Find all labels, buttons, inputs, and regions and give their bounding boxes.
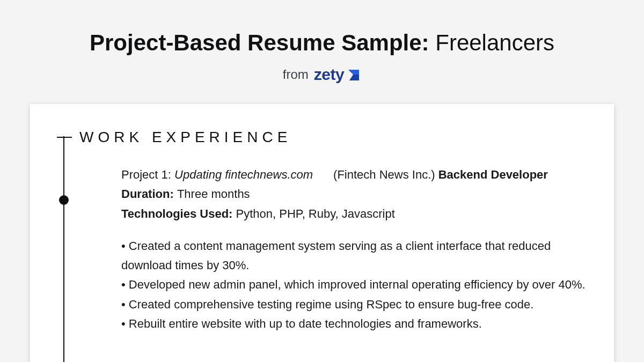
timeline-line [63, 136, 64, 362]
heading-tick [57, 137, 72, 138]
title-bold: Project-Based Resume Sample: [90, 30, 429, 55]
svg-marker-1 [349, 75, 359, 80]
from-text: from [283, 67, 309, 82]
timeline-dot-icon [59, 195, 69, 205]
resume-document: WORK EXPERIENCE Project 1: Updating fint… [30, 104, 614, 362]
project-company-role: (Fintech News Inc.) Backend Developer [333, 165, 548, 184]
bullet-item: Created a content management system serv… [121, 237, 587, 276]
title-light: Freelancers [429, 30, 554, 55]
duration-value: Three months [177, 187, 250, 201]
bullet-item: Developed new admin panel, which improve… [121, 275, 587, 294]
brand-text: zety [314, 65, 344, 84]
project-header-row: Project 1: Updating fintechnews.com (Fin… [121, 165, 587, 184]
duration-label: Duration: [121, 187, 177, 201]
section-heading: WORK EXPERIENCE [79, 129, 291, 146]
role-name: Backend Developer [438, 168, 548, 181]
zety-logo: zety [314, 65, 361, 84]
bullet-item: Rebuilt entire website with up to date t… [121, 314, 587, 334]
project-name: Updating fintechnews.com [174, 168, 313, 181]
section-heading-row: WORK EXPERIENCE [57, 129, 587, 146]
tech-label: Technologies Used: [121, 207, 236, 220]
company-name: (Fintech News Inc.) [333, 168, 438, 181]
bullet-list: Created a content management system serv… [121, 237, 587, 334]
bullet-item: Created comprehensive testing regime usi… [121, 295, 587, 314]
project-title: Project 1: Updating fintechnews.com [121, 165, 313, 184]
tech-row: Technologies Used: Python, PHP, Ruby, Ja… [121, 204, 587, 224]
tech-value: Python, PHP, Ruby, Javascript [236, 207, 395, 220]
from-line: from zety [0, 65, 644, 84]
project-label: Project 1: [121, 168, 174, 181]
svg-marker-0 [348, 70, 359, 75]
duration-row: Duration: Three months [121, 184, 587, 204]
zety-mark-icon [347, 68, 361, 82]
project-content: Project 1: Updating fintechnews.com (Fin… [121, 165, 587, 334]
page-title: Project-Based Resume Sample: Freelancers [0, 0, 644, 56]
